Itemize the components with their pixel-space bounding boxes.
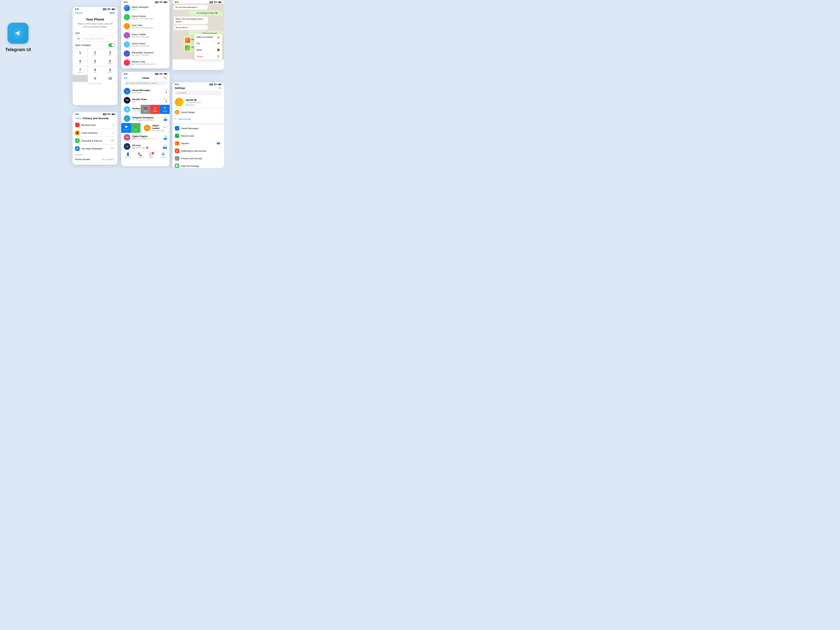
status-bar-contacts: 9:41 ▌▌▌ WiFi (121, 0, 170, 3)
figma-badge: 32 (164, 138, 167, 140)
sync-toggle[interactable] (108, 43, 115, 47)
msg-0: Do you know what time is (174, 5, 208, 9)
privacy-security-chevron: › (221, 157, 221, 159)
contact-name-0: Martin Randolph (132, 6, 167, 8)
saved-messages-menu[interactable]: 🔖 Saved Messages › (172, 125, 224, 132)
key-7[interactable]: 7PQRS (73, 66, 87, 75)
passcode-item[interactable]: 🔒 Passcode & Face ID Off › (75, 137, 115, 145)
mute-action[interactable]: 🔕 Mute (141, 105, 150, 114)
status-icons-privacy: ▌▌▌ WiFi (103, 113, 115, 115)
settings-page-title: Settings (175, 87, 185, 89)
notifications-menu[interactable]: 🔔 Notifications and Sounds › (172, 147, 224, 155)
chats-tab-contacts[interactable]: 👤 Contacts (125, 152, 131, 158)
figma-preview: 🔥IOS 13 Design Kit. Turn your ideas into… (132, 137, 156, 140)
battery-settings (218, 84, 221, 85)
pin-action[interactable]: 📌 Pin (131, 123, 141, 133)
key-6[interactable]: 6MNO (103, 58, 117, 66)
msg-1-tick: ✓✓ (218, 12, 221, 14)
settings-label-chats: Settings (160, 156, 166, 158)
privacy-security-menu-label: Privacy and Security (181, 157, 221, 160)
key-4[interactable]: 4GHI (73, 58, 87, 66)
ctx-mute[interactable]: Mute 🔕 (194, 47, 222, 53)
chats-tab-calls[interactable]: 📞 Calls (138, 152, 142, 158)
data-storage-menu[interactable]: 📊 Data and Storage › (172, 162, 224, 168)
chat-item-albert[interactable]: 💬 Unread 📌 Pin AL Albert Lasker 13:51 Li… (121, 123, 170, 133)
stickers-badge: 15 (217, 142, 220, 144)
contact-item-1[interactable]: Kieron Dotson last seen 10 minutes ago (121, 13, 170, 22)
key-0[interactable]: 0 (88, 75, 103, 82)
chat-item-telegram-designers[interactable]: ✈️ Telegram Designers 10:42 GIF, Suggest… (121, 114, 170, 123)
delete-action[interactable]: 🗑️ Delete (150, 105, 160, 114)
active-sessions-item[interactable]: 📱 Active Sessions 2 › (75, 129, 115, 137)
chat-header-telegram-designers: Telegram Designers 10:42 (132, 116, 167, 119)
blocked-users-item[interactable]: 🚫 Blocked Users 9 › (75, 121, 115, 129)
phone-number-input[interactable]: Your phone number (82, 36, 115, 41)
cancel-button[interactable]: Cancel (75, 11, 83, 14)
screen-conversation: 9:41 ▌▌▌ WiFi Do you know what time is I… (172, 0, 224, 70)
blocked-users-value: 9 (112, 124, 114, 126)
wifi-chat: WiFi (214, 1, 218, 3)
2fa-item[interactable]: 🔑 Two-Step Verification On › (75, 145, 115, 152)
recent-calls-menu[interactable]: 📞 Recent Calls › (172, 132, 224, 140)
settings-search-placeholder: Search (180, 92, 186, 94)
contact-item-5[interactable]: Maximillian Jacobson last seen 5 hour ag… (121, 49, 170, 58)
contact-item-2[interactable]: Zack John last seen 25 minutes ago (121, 22, 170, 31)
key-3[interactable]: 3DEF (103, 49, 117, 58)
figma-time: Sat (164, 135, 167, 137)
chat-preview-uxlive: 📊 Sketch App. 🔲 153 (132, 147, 167, 149)
stickers-menu[interactable]: 🎁 Stickers 15 › (172, 140, 224, 147)
signal-chats: ▌▌▌ (155, 73, 159, 75)
privacy-security-menu-icon: 🔒 (175, 156, 179, 161)
uxlive-name: UX Live (132, 144, 141, 147)
key-1[interactable]: 1 (73, 49, 87, 58)
chats-tab-chats[interactable]: 💬 2 Chats (149, 152, 153, 158)
unread-icon: 💬 (125, 125, 128, 128)
contact-name-1: Kieron Dotson (132, 15, 167, 17)
key-2[interactable]: 2ABC (88, 49, 103, 58)
contact-item-0[interactable]: Martin Randolph online (121, 3, 170, 13)
next-button[interactable]: Next (110, 11, 115, 14)
add-account-button[interactable]: + Add Account (172, 116, 224, 122)
screen-privacy: 9:41 ▌▌▌ WiFi ‹ Back Privacy and Securit… (73, 112, 117, 164)
settings-search-bar[interactable]: 🔍 Search (175, 91, 221, 95)
compose-button[interactable]: ✏️ (164, 76, 167, 80)
chat-item-figma[interactable]: FP Figma Plugins Sat 🔥IOS 13 Design Kit.… (121, 133, 170, 142)
chat-item-joshua[interactable]: JL Joshua Lawrence Sun Let's choose the … (121, 105, 170, 114)
jacob-design-account[interactable]: JD Jacob Design (172, 109, 224, 116)
archive-action[interactable]: 📦 Archive (160, 105, 170, 114)
status-icons-chats: ▌▌▌ WiFi (155, 73, 167, 75)
phone-number-privacy-item[interactable]: Phone Number My Contacts › (75, 156, 115, 163)
contact-item-4[interactable]: Jamie Franco last seen 2 hour ago (121, 40, 170, 49)
chats-tab-settings[interactable]: ⚙️ Settings (160, 152, 166, 158)
key-9[interactable]: 9WXYZ (103, 66, 117, 75)
chats-edit-button[interactable]: Edit (124, 77, 128, 79)
privacy-security-menu[interactable]: 🔒 Privacy and Security › (172, 155, 224, 162)
country-code[interactable]: +1 (75, 36, 82, 41)
unread-action[interactable]: 💬 Unread (121, 123, 131, 133)
settings-edit-button[interactable]: Ec (219, 87, 221, 89)
profile-card[interactable]: Jacob W. +1 202 555 0147 @jacob_d (172, 97, 224, 108)
ctx-pin[interactable]: Pin 📌 (194, 40, 222, 47)
chat-item-pixsellz[interactable]: PX Pixsellz Team 9/29 GIF 📌 (121, 96, 170, 105)
contact-item-3[interactable]: Karen Castillo last seen 1 hour ago (121, 31, 170, 40)
phone-input-row[interactable]: +1 Your phone number (75, 36, 115, 41)
contact-info-2: Zack John last seen 25 minutes ago (132, 24, 167, 29)
key-5[interactable]: 5JKL (88, 58, 103, 66)
contact-item-7[interactable]: Tabitha Potter last seen recently (121, 67, 170, 68)
ctx-delete[interactable]: Delete 🗑️ (194, 53, 222, 60)
chat-item-uxlive[interactable]: UX UX Live 11:30 📊 Sketch App. 🔲 153 (121, 142, 170, 151)
last-seen-privacy-item[interactable]: Last Seen & Online Nobody (+14) › (75, 163, 115, 164)
passcode-value: Off (111, 139, 114, 142)
profile-avatar (175, 98, 183, 107)
wifi-contacts: WiFi (159, 1, 163, 3)
ctx-mark-unread[interactable]: Mark as Unread 🔔 (194, 34, 222, 40)
status-icons-contacts: ▌▌▌ WiFi (155, 1, 167, 3)
status-bar-chats: 9:41 ▌▌▌ WiFi (121, 72, 170, 75)
chat-item-saved[interactable]: 🔖 Saved Messages Fri image.jpeg 📌 (121, 87, 170, 96)
key-8[interactable]: 8TUV (88, 66, 103, 75)
contact-item-6[interactable]: Martha Craig last seen yesterday at 21:2… (121, 58, 170, 67)
back-button[interactable]: ‹ Back (75, 117, 81, 120)
chats-search-bar[interactable]: 🔍 Search for messages or users (124, 81, 167, 85)
sync-label: Sync Contacts (75, 44, 91, 47)
key-delete[interactable]: ⌫ (103, 75, 117, 82)
